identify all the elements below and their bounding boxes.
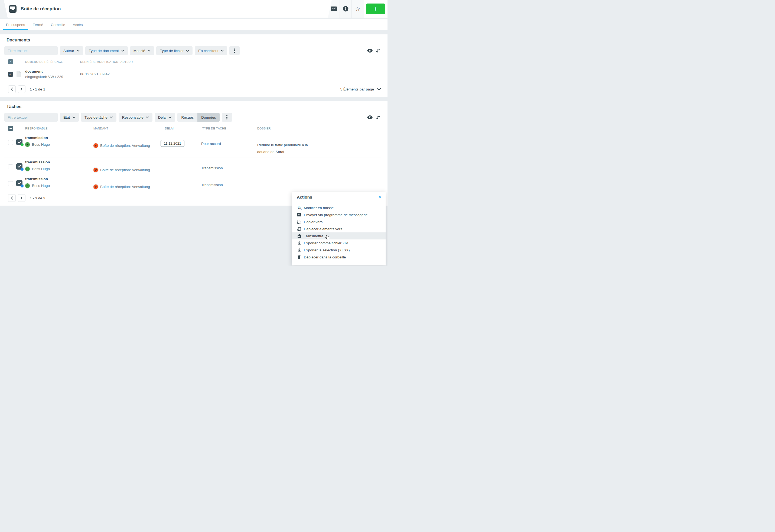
tab-en-suspens[interactable]: En suspens [2,19,29,30]
mail-icon [297,213,301,216]
document-row-checkbox[interactable]: ✓ [8,72,13,77]
filter-type-de-document[interactable]: Type de document [85,46,128,55]
task-type: Transmission [201,166,255,174]
menu-item-exporter-xlsx[interactable]: Exporter la sélection (XLSX) [292,246,385,253]
chevron-right-icon [21,87,23,91]
column-dossier: DOSSIER [255,127,381,130]
filter-auteur[interactable]: Auteur [60,46,83,55]
documents-pagination: 1 - 1 de 1 5 Éléments par page [4,82,381,96]
close-button[interactable]: ✕ [378,195,382,200]
documents-page-range: 1 - 1 de 1 [30,87,45,91]
status-dot [21,168,24,171]
tasks-table-header: RESPONSABLE MANDANT DÉLAI TYPE DE TÂCHE … [4,124,381,133]
task-type: Pour accord [201,142,255,157]
filter-etat[interactable]: État [60,113,79,122]
task-row[interactable]: transmission H Boss Hugo V Boîte de réce… [4,174,381,191]
documents-more-filters-button[interactable] [229,46,240,55]
download-icon [297,241,301,245]
tab-corbeille[interactable]: Corbeille [47,19,69,30]
toggle-recues[interactable]: Reçues [177,113,197,122]
mandant-name: Boîte de réception: Verwaltung [100,185,150,189]
tasks-sort-button[interactable] [375,115,381,120]
trash-icon [297,255,301,259]
chevron-down-icon [169,116,172,118]
task-row[interactable]: transmisssion H Boss Hugo V Boîte de réc… [4,157,381,174]
column-responsable: RESPONSABLE [25,127,93,130]
mandant-name: Boîte de réception: Verwaltung [100,168,150,172]
task-row-checkbox[interactable] [8,140,13,145]
tasks-title: Tâches [6,104,381,110]
menu-item-copier-vers[interactable]: Copier vers ... [292,218,385,225]
tasks-next-page-button[interactable] [18,194,25,202]
chevron-right-icon [21,196,23,200]
document-row[interactable]: ✓ document eingangskorb VW / 229 06.12.2… [4,66,381,82]
filter-delai[interactable]: Délai [155,113,175,122]
task-title: transmisssion [25,160,93,164]
task-check-icon [16,139,22,145]
info-button[interactable] [340,0,352,18]
tasks-text-filter-input[interactable] [4,113,58,122]
documents-column-visibility-button[interactable] [366,48,373,53]
document-icon [16,71,25,77]
task-title: transmission [25,177,93,181]
tasks-page-range: 1 - 3 de 3 [30,196,45,200]
document-title: document [25,69,80,73]
documents-prev-page-button[interactable] [8,85,16,93]
mail-button[interactable] [328,0,340,18]
copy-icon [297,220,301,224]
tasks-prev-page-button[interactable] [8,194,16,202]
close-icon: ✕ [378,195,382,199]
documents-text-filter-input[interactable] [4,46,58,55]
actions-menu: Actions ✕ ⚙✎ Modifier en masse Envoyer v… [292,192,385,265]
documents-title: Documents [6,38,381,43]
task-row[interactable]: transmission H Boss Hugo V Boîte de réce… [4,133,381,157]
responsable-name: Boss Hugo [32,184,50,188]
status-dot [21,143,24,146]
column-numero-de-reference: NUMÉRO DE RÉFÉRENCE [25,60,80,63]
favorite-button[interactable]: ☆ [352,0,364,18]
add-button[interactable]: + [366,4,385,14]
task-check-icon [16,180,22,186]
documents-select-all-checkbox[interactable]: ✓ [8,59,13,64]
task-type: Transmission [201,183,255,191]
star-icon: ☆ [355,6,360,12]
tasks-column-visibility-button[interactable] [366,115,373,120]
task-delai-field[interactable]: 11.12.2021 [161,140,184,147]
menu-item-modifier-en-masse[interactable]: ⚙✎ Modifier en masse [292,204,385,211]
tasks-filter-row: État Type de tâche Responsable Délai Reç… [4,113,381,122]
filter-responsable[interactable]: Responsable [119,113,152,122]
chevron-down-icon [77,50,80,52]
task-dossier: Réduire le trafic pendulaire à la douane… [255,142,309,157]
menu-item-envoyer-via-messagerie[interactable]: Envoyer via programme de messagerie [292,211,385,218]
tab-bar: En suspens Fermé Corbeille Accès [0,19,388,30]
documents-table-header: ✓ NUMÉRO DE RÉFÉRENCE DERNIÈRE MODIFICAT… [4,57,381,66]
documents-next-page-button[interactable] [18,85,25,93]
filter-type-de-tache[interactable]: Type de tâche [81,113,116,122]
mandant-avatar: V [93,184,98,189]
actions-menu-title: Actions [297,195,312,200]
tab-ferme[interactable]: Fermé [29,19,47,30]
documents-per-page-select[interactable]: 5 Éléments par page [340,87,381,91]
tasks-more-filters-button[interactable] [222,113,232,122]
documents-sort-button[interactable] [375,48,381,54]
documents-section: Documents Auteur Type de document Mot cl… [0,34,388,97]
toggle-donnees[interactable]: Données [197,113,220,122]
filter-en-checkout[interactable]: En checkout [195,46,227,55]
task-title: transmission [25,136,93,140]
menu-item-transmettre[interactable]: Transmettre [292,232,385,239]
task-row-checkbox[interactable] [8,181,13,186]
eye-icon [367,115,372,119]
filter-type-de-fichier[interactable]: Type de fichier [156,46,192,55]
task-row-checkbox[interactable] [8,164,13,169]
cursor-hand-icon [325,235,329,240]
column-type-de-tache: TYPE DE TÂCHE [201,127,255,130]
filter-mot-cle[interactable]: Mot clé [130,46,154,55]
tasks-select-all-checkbox[interactable] [8,126,13,131]
page-title: Boîte de réception [21,6,61,12]
menu-item-deplacer-corbeille[interactable]: Déplacer dans la corbeille [292,253,385,260]
chevron-down-icon [72,116,75,118]
responsable-avatar: H [25,142,30,147]
tab-acces[interactable]: Accès [69,19,87,30]
menu-item-exporter-zip[interactable]: Exporter comme fichier ZIP [292,239,385,246]
menu-item-deplacer-elements-vers[interactable]: Déplacer éléments vers ... [292,225,385,232]
